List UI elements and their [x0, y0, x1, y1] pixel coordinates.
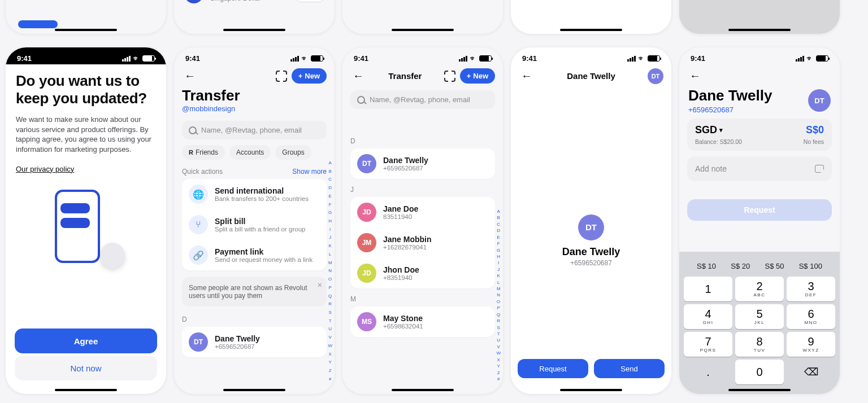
key-2[interactable]: 2ABC: [735, 277, 784, 301]
key-dot[interactable]: .: [684, 360, 732, 384]
status-time: 9:41: [522, 54, 537, 63]
status-icons: ᯤ: [627, 54, 660, 63]
screen-contact-profile: 9:41 ᯤ ← Dane Twelly DT DT Dane Twelly +…: [511, 47, 671, 394]
scan-icon[interactable]: [444, 71, 455, 82]
status-icons: ᯤ: [122, 54, 155, 63]
amount-suggestion[interactable]: S$ 100: [799, 262, 822, 270]
balance-label: Balance: S$20.00: [695, 138, 742, 145]
key-8[interactable]: 8TUV: [735, 332, 784, 357]
alpha-index[interactable]: ABCDEFGHIJKLMNOPQRSTUVWXYZ#: [496, 209, 501, 382]
key-7[interactable]: 7PQRS: [684, 332, 732, 357]
page-title: Transfer: [174, 87, 335, 104]
request-button[interactable]: Request: [518, 359, 588, 378]
key-5[interactable]: 5JKL: [735, 304, 784, 329]
contact-name: Dane Twelly: [562, 246, 620, 258]
new-button[interactable]: +New: [460, 68, 495, 84]
contact-row[interactable]: JD Jane Doe83511940: [350, 197, 495, 227]
screen-contact-list: 9:41 ᯤ ← Transfer +New Name, @Revtag, ph…: [342, 47, 503, 394]
status-icons: ᯤ: [290, 54, 323, 63]
key-4[interactable]: 4GHI: [684, 304, 732, 329]
home-indicator: [55, 29, 117, 31]
scan-icon[interactable]: [276, 71, 287, 82]
globe-icon: 🌐: [189, 185, 208, 204]
status-time: 9:41: [354, 54, 368, 63]
info-banner: Some people are not shown as Revolut use…: [182, 277, 327, 306]
not-now-button[interactable]: Not now: [15, 356, 157, 380]
screen-request-amount: 9:41 ᯤ ← Dane Twelly +6596520687 DT SGD▾…: [679, 47, 840, 394]
qa-send-international[interactable]: 🌐 Send internationalBank transfers to 20…: [182, 179, 327, 209]
new-button[interactable]: +New: [292, 68, 327, 84]
agree-button[interactable]: Agree: [15, 328, 157, 353]
back-button[interactable]: ←: [519, 67, 535, 85]
amount-suggestion[interactable]: S$ 50: [765, 262, 784, 270]
status-time: 9:41: [185, 54, 200, 63]
avatar: MS: [357, 312, 376, 331]
amount-card[interactable]: SGD▾ S$0 Balance: S$20.00 No fees: [687, 119, 832, 151]
contact-name: Dane Twelly: [688, 87, 802, 104]
quick-actions-label: Quick actions: [182, 168, 223, 176]
avatar: JD: [357, 264, 376, 283]
section-letter: D: [174, 313, 335, 326]
revtag[interactable]: @mobbindesign: [174, 104, 335, 117]
top-card-grey: [679, 0, 840, 34]
currency-selector[interactable]: SGD▾: [695, 124, 723, 136]
alpha-index[interactable]: ABCDEFGHIJKLMNOPQRSTUVWXYZ#: [328, 160, 332, 382]
chip-accounts[interactable]: Accounts: [229, 145, 271, 160]
section-letter-j: J: [342, 183, 503, 196]
qa-payment-link[interactable]: 🔗 Payment linkSend or request money with…: [182, 240, 327, 270]
search-input[interactable]: Name, @Revtag, phone, email: [182, 121, 327, 139]
chip-friends[interactable]: RFriends: [182, 145, 225, 160]
contact-row[interactable]: DT Dane Twelly+6596520687: [350, 148, 495, 179]
home-indicator: [55, 389, 117, 391]
avatar[interactable]: DT: [648, 68, 663, 84]
request-button[interactable]: Request: [687, 199, 832, 221]
fees-label: No fees: [804, 138, 824, 145]
contact-phone[interactable]: +6596520687: [688, 104, 802, 114]
signal-icon: [122, 56, 131, 62]
home-indicator: [392, 389, 454, 391]
note-input[interactable]: Add note: [687, 156, 832, 181]
get-button[interactable]: Get: [296, 0, 324, 2]
privacy-link[interactable]: Our privacy policy: [16, 165, 74, 173]
top-card-blank: [511, 0, 671, 34]
key-9[interactable]: 9WXYZ: [787, 332, 835, 357]
cash-icon: 🪙: [184, 0, 203, 3]
qa-split-bill[interactable]: ⑂ Split billSplit a bill with a friend o…: [182, 209, 327, 240]
top-card-dock2: R ⇄ ▦: [342, 0, 503, 34]
search-input[interactable]: Name, @Revtag, phone, email: [350, 90, 495, 109]
contact-row[interactable]: JD Jhon Doe+8351940: [350, 258, 495, 288]
back-button[interactable]: ←: [687, 67, 703, 85]
key-0[interactable]: 0: [735, 360, 784, 384]
key-1[interactable]: 1: [684, 277, 732, 301]
key-6[interactable]: 6MNO: [787, 304, 835, 329]
contact-row[interactable]: JM Jane Mobbin+16282679041: [350, 227, 495, 258]
chip-groups[interactable]: Groups: [275, 145, 311, 160]
contact-phone: +6596520687: [570, 259, 612, 267]
suggested-chip: [18, 20, 58, 28]
avatar: DT: [357, 154, 376, 173]
home-indicator: [392, 29, 454, 31]
consent-body: We want to make sure know about our vari…: [16, 115, 156, 154]
status-time: 9:41: [17, 54, 32, 63]
close-icon[interactable]: ×: [318, 281, 322, 290]
back-button[interactable]: ←: [350, 67, 366, 85]
home-indicator: [223, 29, 285, 31]
amount-suggestion[interactable]: S$ 20: [731, 262, 750, 270]
contact-row[interactable]: MS May Stone+6598632041: [350, 306, 495, 337]
search-icon: [189, 126, 197, 134]
amount-suggestion[interactable]: S$ 10: [697, 262, 716, 270]
back-button[interactable]: ←: [182, 67, 198, 85]
show-more-link[interactable]: Show more: [292, 168, 327, 176]
home-indicator: [560, 29, 622, 31]
send-button[interactable]: Send: [594, 359, 665, 378]
avatar[interactable]: DT: [808, 89, 831, 112]
contact-dane[interactable]: DT Dane Twelly+6596520687: [182, 327, 327, 357]
screen-transfer-home: 9:41 ᯤ ← +New Transfer @mobbindesign Nam…: [174, 47, 335, 394]
avatar: DT: [189, 332, 208, 352]
top-card-cash: 🪙 Cash balance Singapore Dollar Get: [174, 0, 335, 34]
key-3[interactable]: 3DEF: [787, 277, 835, 301]
key-backspace[interactable]: ⌫: [787, 360, 835, 384]
consent-illustration: [38, 186, 134, 271]
home-indicator: [223, 389, 285, 391]
status-icons: ᯤ: [796, 54, 828, 63]
